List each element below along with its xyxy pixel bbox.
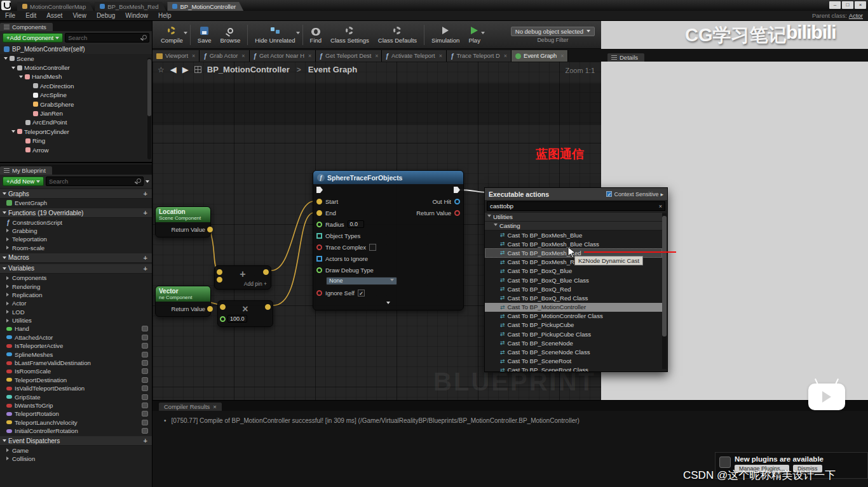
expander-icon[interactable]	[19, 76, 23, 80]
close-tab-icon[interactable]: ×	[560, 53, 564, 59]
toolbar-button-play[interactable]: Play	[464, 25, 484, 44]
expander-icon[interactable]	[11, 130, 15, 135]
context-menu-item[interactable]: ⇄Cast To BP_BoxQ_Blue	[485, 267, 662, 276]
close-icon[interactable]: ×	[213, 403, 217, 410]
array-pin[interactable]	[316, 256, 322, 262]
minimize-button[interactable]: –	[829, 1, 841, 9]
menu-window[interactable]: Window	[120, 12, 153, 19]
menu-debug[interactable]: Debug	[92, 12, 120, 19]
section-add-button[interactable]: +	[142, 265, 149, 272]
list-item-gripstate[interactable]: GripState	[0, 392, 152, 401]
node-header[interactable]: Vector ne Component	[156, 286, 210, 302]
graph-tab-grab-actor[interactable]: ƒGrab Actor×	[200, 50, 249, 62]
location-getter-node[interactable]: Location Scene Component Return Value	[155, 206, 211, 237]
context-menu-item[interactable]: ⇄Cast To BP_BoxMesh_Blue	[485, 230, 662, 239]
value-field[interactable]: 0.0	[348, 220, 364, 228]
section-header-graphs[interactable]: Graphs+	[0, 189, 152, 199]
list-item-replication[interactable]: Replication	[0, 291, 152, 299]
list-item-game[interactable]: Game	[0, 446, 152, 454]
maximize-button[interactable]: □	[842, 1, 853, 9]
toolbar-button-hide-unrelated[interactable]: Hide Unrelated	[250, 25, 299, 44]
component-tree-item[interactable]: JianRen	[0, 109, 152, 117]
expander-icon[interactable]	[4, 57, 8, 62]
document-tab-motioncontrollermap[interactable]: MotionControllerMap	[17, 2, 93, 11]
toolbar-button-save[interactable]: Save	[193, 25, 216, 44]
context-menu-scrollbar[interactable]	[662, 213, 667, 369]
float-pin[interactable]	[316, 222, 322, 227]
list-item-splinemeshes[interactable]: SplineMeshes	[0, 350, 152, 358]
menu-view[interactable]: View	[67, 12, 92, 19]
toolbar-button-class-defaults[interactable]: Class Defaults	[374, 25, 421, 44]
close-tab-icon[interactable]: ×	[241, 53, 245, 59]
context-menu-item[interactable]: ⇄Cast To BP_PickupCube	[485, 321, 662, 330]
list-item-lod[interactable]: LOD	[0, 308, 152, 316]
breadcrumb-root[interactable]: BP_MotionController	[207, 65, 290, 74]
section-header-event-dispatchers[interactable]: Event Dispatchers+	[0, 436, 152, 446]
list-item-teleportlaunchvelocity[interactable]: TeleportLaunchVelocity	[0, 418, 152, 427]
visibility-toggle-icon[interactable]	[142, 428, 148, 434]
parent-class-link[interactable]: Actor	[849, 12, 863, 19]
favorite-star-icon[interactable]: ☆	[158, 65, 165, 74]
enum-pin[interactable]	[316, 267, 322, 273]
close-tab-icon[interactable]: ×	[192, 53, 195, 59]
list-item-hand[interactable]: Hand	[0, 324, 152, 333]
document-tab-bp-boxmesh-red[interactable]: BP_BoxMesh_Red	[95, 2, 166, 11]
component-tree-item[interactable]: Scene	[0, 54, 152, 63]
add-new-button[interactable]: +Add New	[3, 177, 44, 186]
list-item-constructionscript[interactable]: ƒConstructionScript	[0, 218, 152, 226]
vector-pin[interactable]	[316, 199, 322, 204]
tab-compiler-results[interactable]: Compiler Results ×	[159, 403, 222, 411]
node-header[interactable]: Location Scene Component	[156, 207, 210, 222]
context-menu-item[interactable]: ⇄Cast To BP_SceneRoot	[485, 357, 662, 366]
context-menu-search-input[interactable]: casttobp ×	[487, 201, 665, 211]
float-pin[interactable]	[220, 316, 226, 322]
list-item-isroomscale[interactable]: IsRoomScale	[0, 367, 152, 375]
visibility-toggle-icon[interactable]	[142, 385, 148, 391]
exec-pin[interactable]	[316, 187, 323, 193]
graph-tab-get-actor-near-h[interactable]: ƒGet Actor Near H×	[250, 50, 316, 62]
vector-getter-node[interactable]: Vector ne Component Return Value	[155, 286, 211, 317]
checkbox[interactable]: ✓	[358, 290, 365, 297]
graph-tab-get-teleport-dest[interactable]: ƒGet Teleport Dest×	[316, 50, 382, 62]
toolbar-button-compile[interactable]: Compile	[156, 25, 187, 44]
add-pin-button[interactable]: Add pin +	[244, 281, 267, 287]
context-menu-item[interactable]: ⇄Cast To BP_SceneRoot Class	[485, 366, 662, 371]
menu-help[interactable]: Help	[153, 12, 177, 19]
list-item-teleportdestination[interactable]: TeleportDestination	[0, 376, 152, 384]
forward-button[interactable]: ▶	[182, 65, 189, 74]
toolbar-button-browse[interactable]: Browse	[216, 25, 245, 44]
document-tab-bp-motioncontroller[interactable]: BP_MotionController	[167, 2, 243, 11]
tab-my-blueprint[interactable]: My Blueprint	[0, 166, 52, 175]
list-item-teleportation[interactable]: Teleportation	[0, 235, 152, 243]
clear-search-icon[interactable]: ×	[659, 203, 662, 210]
category-row-utilities[interactable]: Utilities	[485, 213, 662, 222]
node-header[interactable]: ƒ SphereTraceForObjects	[313, 171, 463, 184]
back-button[interactable]: ◀	[170, 65, 177, 74]
list-item-collision[interactable]: Collision	[0, 455, 152, 463]
array-pin[interactable]	[316, 233, 322, 239]
component-tree-item[interactable]: HandMesh	[0, 72, 152, 81]
list-item-blastframevaliddestination[interactable]: bLastFrameValidDestination	[0, 359, 152, 367]
visibility-toggle-icon[interactable]	[142, 403, 148, 408]
menu-file[interactable]: File	[0, 12, 20, 19]
component-tree-item[interactable]: ArcEndPoint	[0, 118, 152, 127]
context-menu-item[interactable]: ⇄Cast To BP_SceneNode Class	[485, 347, 662, 356]
component-tree-item[interactable]: MotionController	[0, 63, 152, 72]
component-tree-item[interactable]: GrabSphere	[0, 100, 152, 109]
visibility-toggle-icon[interactable]	[142, 343, 148, 349]
section-header-macros[interactable]: Macros+	[0, 253, 152, 263]
component-tree-item[interactable]: ArcSpline	[0, 91, 152, 100]
toolbar-button-simulation[interactable]: Simulation	[427, 25, 464, 44]
toolbar-button-find[interactable]: Find	[306, 25, 326, 44]
list-item-components[interactable]: Components	[0, 274, 152, 282]
close-tab-icon[interactable]: ×	[504, 53, 507, 59]
section-add-button[interactable]: +	[142, 209, 149, 217]
component-tree-item[interactable]: Ring	[0, 137, 152, 145]
vector-pin[interactable]	[207, 227, 213, 232]
close-tab-icon[interactable]: ×	[439, 53, 442, 59]
component-tree-item[interactable]: ArcDirection	[0, 81, 152, 90]
context-menu-item[interactable]: ⇄Cast To BP_BoxQ_Red	[485, 284, 662, 293]
section-add-button[interactable]: +	[142, 437, 149, 444]
checkbox[interactable]	[369, 244, 376, 251]
graph-tab-activate-teleport[interactable]: ƒActivate Teleport×	[382, 50, 447, 62]
